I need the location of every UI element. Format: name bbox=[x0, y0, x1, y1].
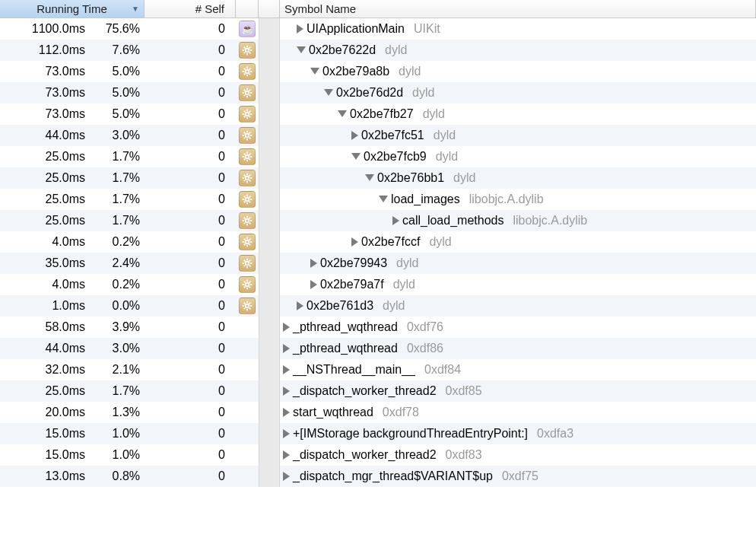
library-name: dyld bbox=[429, 235, 451, 249]
time-pct: 1.0% bbox=[85, 427, 145, 441]
symbol-name: +[IMStorage backgroundThreadEntryPoint:] bbox=[293, 427, 528, 441]
table-row[interactable]: 58.0ms3.9%0_pthread_wqthread0xdf76 bbox=[0, 317, 756, 338]
system-icon bbox=[239, 106, 256, 123]
table-row[interactable]: 25.0ms1.7%0_dispatch_worker_thread20xdf8… bbox=[0, 380, 756, 402]
disclosure-closed-icon[interactable] bbox=[297, 24, 303, 33]
symbol-name: 0x2be761d3 bbox=[307, 299, 373, 313]
gutter bbox=[259, 82, 280, 103]
table-row[interactable]: 25.0ms1.7%0 load_imageslibobjc.A.dylib bbox=[0, 189, 756, 210]
time-ms: 13.0ms bbox=[12, 469, 85, 483]
disclosure-closed-icon[interactable] bbox=[283, 472, 290, 481]
svg-point-18 bbox=[246, 91, 249, 95]
table-row[interactable]: 4.0ms0.2%0 0x2be7fccfdyld bbox=[0, 231, 756, 253]
gutter bbox=[259, 295, 280, 317]
gear-icon bbox=[242, 173, 253, 183]
time-ms: 1100.0ms bbox=[12, 22, 85, 36]
symbol-cell: 0x2be7fcb9dyld bbox=[280, 146, 756, 167]
disclosure-closed-icon[interactable] bbox=[283, 387, 290, 396]
table-row[interactable]: 35.0ms2.4%0 0x2be79943dyld bbox=[0, 253, 756, 274]
time-pct: 5.0% bbox=[85, 107, 145, 121]
table-row[interactable]: 13.0ms0.8%0_dispatch_mgr_thread$VARIANT$… bbox=[0, 466, 756, 487]
time-pct: 75.6% bbox=[85, 22, 145, 36]
library-name: 0xdfa3 bbox=[537, 427, 573, 441]
time-ms: 20.0ms bbox=[12, 406, 85, 419]
disclosure-open-icon[interactable] bbox=[310, 68, 319, 75]
svg-point-0 bbox=[246, 49, 249, 52]
table-row[interactable]: 25.0ms1.7%0 call_load_methodslibobjc.A.d… bbox=[0, 210, 756, 231]
self-cell: 0 bbox=[145, 61, 236, 82]
disclosure-closed-icon[interactable] bbox=[283, 344, 290, 353]
svg-line-95 bbox=[244, 260, 246, 262]
library-name: dyld bbox=[383, 299, 405, 313]
svg-line-52 bbox=[244, 159, 246, 161]
column-header-self[interactable]: # Self bbox=[145, 0, 236, 18]
disclosure-closed-icon[interactable] bbox=[297, 301, 303, 310]
table-row[interactable]: 25.0ms1.7%0 0x2be7fcb9dyld bbox=[0, 146, 756, 167]
table-row[interactable]: 15.0ms1.0%0_dispatch_worker_thread20xdf8… bbox=[0, 444, 756, 466]
disclosure-open-icon[interactable] bbox=[379, 196, 388, 202]
symbol-cell: _pthread_wqthread0xdf86 bbox=[280, 338, 756, 359]
disclosure-closed-icon[interactable] bbox=[351, 237, 358, 247]
running-time-cell: 25.0ms1.7% bbox=[0, 146, 145, 167]
column-header-symbol[interactable]: Symbol Name bbox=[280, 0, 756, 18]
symbol-name: load_images bbox=[391, 192, 460, 206]
table-row[interactable]: 1.0ms0.0%0 0x2be761d3dyld bbox=[0, 295, 756, 317]
system-icon bbox=[239, 212, 256, 229]
disclosure-open-icon[interactable] bbox=[324, 89, 333, 96]
table-row[interactable]: 1100.0ms75.6%0☕UIApplicationMainUIKit bbox=[0, 18, 756, 40]
category-icon-cell: ☕ bbox=[236, 18, 259, 40]
disclosure-closed-icon[interactable] bbox=[283, 323, 290, 332]
symbol-name: _dispatch_worker_thread2 bbox=[293, 384, 437, 398]
table-row[interactable]: 73.0ms5.0%0 0x2be76d2ddyld bbox=[0, 82, 756, 103]
running-time-cell: 73.0ms5.0% bbox=[0, 103, 145, 125]
disclosure-closed-icon[interactable] bbox=[283, 429, 290, 438]
gear-icon bbox=[242, 258, 253, 269]
table-row[interactable]: 112.0ms7.6%0 0x2be7622ddyld bbox=[0, 40, 756, 61]
self-cell: 0 bbox=[145, 338, 236, 359]
table-row[interactable]: 32.0ms2.1%0__NSThread__main__0xdf84 bbox=[0, 359, 756, 380]
symbol-name: _dispatch_mgr_thread$VARIANT$up bbox=[293, 469, 493, 483]
column-header-icon[interactable] bbox=[236, 0, 259, 18]
disclosure-closed-icon[interactable] bbox=[283, 408, 290, 417]
symbol-cell: 0x2be7fccfdyld bbox=[280, 231, 756, 253]
svg-line-78 bbox=[249, 223, 251, 224]
library-name: dyld bbox=[399, 65, 421, 78]
symbol-cell: 0x2be7fb27dyld bbox=[280, 103, 756, 125]
svg-line-50 bbox=[244, 154, 246, 155]
time-pct: 5.0% bbox=[85, 65, 145, 78]
table-row[interactable]: 4.0ms0.2%0 0x2be79a7fdyld bbox=[0, 274, 756, 295]
table-row[interactable]: 73.0ms5.0%0 0x2be7fb27dyld bbox=[0, 103, 756, 125]
disclosure-closed-icon[interactable] bbox=[283, 450, 290, 460]
time-ms: 73.0ms bbox=[12, 107, 85, 121]
disclosure-closed-icon[interactable] bbox=[310, 280, 317, 289]
table-row[interactable]: 25.0ms1.7%0 0x2be76bb1dyld bbox=[0, 167, 756, 189]
disclosure-closed-icon[interactable] bbox=[310, 259, 317, 268]
svg-line-41 bbox=[244, 132, 246, 134]
running-time-cell: 32.0ms2.1% bbox=[0, 359, 145, 380]
svg-line-68 bbox=[244, 196, 246, 198]
gutter bbox=[259, 231, 280, 253]
table-row[interactable]: 73.0ms5.0%0 0x2be79a8bdyld bbox=[0, 61, 756, 82]
table-row[interactable]: 15.0ms1.0%0+[IMStorage backgroundThreadE… bbox=[0, 423, 756, 444]
time-pct: 0.0% bbox=[85, 299, 145, 313]
disclosure-closed-icon[interactable] bbox=[392, 216, 399, 225]
symbol-name: 0x2be79a8b bbox=[322, 65, 389, 78]
disclosure-open-icon[interactable] bbox=[338, 110, 347, 117]
svg-line-26 bbox=[249, 90, 251, 91]
running-time-cell: 73.0ms5.0% bbox=[0, 82, 145, 103]
column-header-running-time[interactable]: Running Time ▼ bbox=[0, 0, 145, 18]
disclosure-open-icon[interactable] bbox=[365, 174, 374, 181]
table-row[interactable]: 44.0ms3.0%0 0x2be7fc51dyld bbox=[0, 125, 756, 146]
self-cell: 0 bbox=[145, 402, 236, 423]
gear-icon bbox=[242, 109, 253, 119]
disclosure-open-icon[interactable] bbox=[297, 46, 306, 53]
category-icon-cell bbox=[236, 359, 259, 380]
system-icon bbox=[239, 191, 256, 208]
disclosure-closed-icon[interactable] bbox=[283, 365, 290, 374]
table-row[interactable]: 20.0ms1.3%0start_wqthread0xdf78 bbox=[0, 402, 756, 423]
gutter bbox=[259, 103, 280, 125]
disclosure-open-icon[interactable] bbox=[351, 153, 361, 160]
disclosure-closed-icon[interactable] bbox=[351, 131, 358, 140]
table-row[interactable]: 44.0ms3.0%0_pthread_wqthread0xdf86 bbox=[0, 338, 756, 359]
svg-line-59 bbox=[244, 175, 246, 177]
